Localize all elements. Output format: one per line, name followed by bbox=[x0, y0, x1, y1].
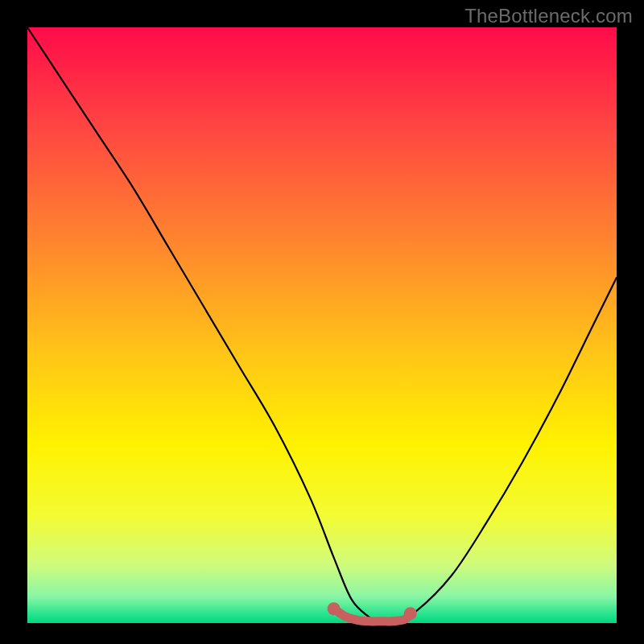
optimal-range-end-dot bbox=[404, 607, 417, 620]
watermark-text: TheBottleneck.com bbox=[464, 5, 633, 27]
bottleneck-chart bbox=[0, 0, 644, 644]
chart-frame: TheBottleneck.com bbox=[0, 0, 644, 644]
chart-plot-bg bbox=[27, 27, 617, 623]
optimal-range-start-dot bbox=[328, 602, 341, 615]
